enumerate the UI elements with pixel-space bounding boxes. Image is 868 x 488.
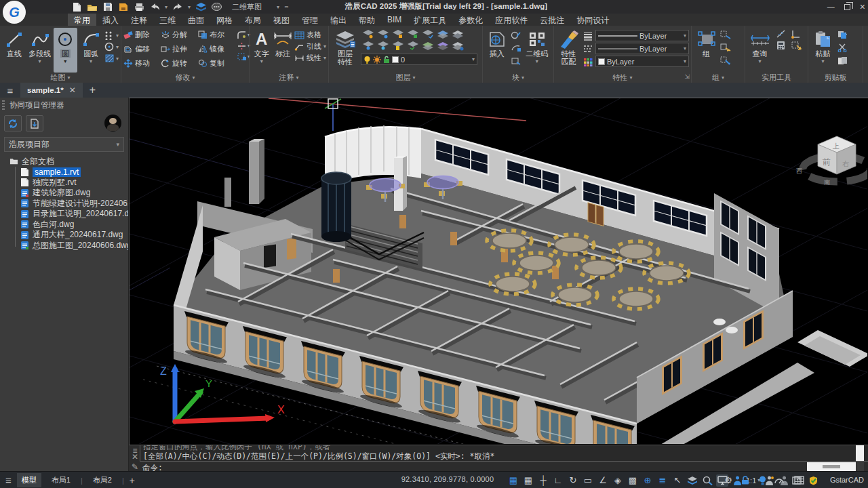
quick-select-button[interactable] bbox=[791, 41, 802, 52]
quick-measure-button[interactable] bbox=[776, 29, 787, 41]
layer-tool-button[interactable] bbox=[377, 29, 389, 41]
panel-label-layers[interactable]: 图层▾ bbox=[329, 73, 482, 83]
undo-dropdown-icon[interactable]: ▾ bbox=[165, 4, 167, 10]
panel-label-block[interactable]: 块▾ bbox=[483, 73, 553, 83]
erase-button[interactable]: 删除 bbox=[123, 30, 161, 40]
clean-screen-icon[interactable] bbox=[790, 474, 802, 487]
panel-label-draw[interactable]: 绘图▾ bbox=[0, 73, 121, 83]
angle-snap-toggle[interactable]: ∠ bbox=[597, 474, 609, 487]
tab-view[interactable]: 视图 bbox=[267, 14, 296, 26]
insert-block-button[interactable]: 插入 bbox=[485, 28, 509, 73]
user-avatar[interactable] bbox=[104, 115, 121, 131]
block-edit-button[interactable] bbox=[511, 30, 521, 41]
break-tool-button[interactable]: ▾ bbox=[237, 41, 250, 50]
drag-grip-icon[interactable] bbox=[2, 100, 5, 110]
move-button[interactable]: 移动 bbox=[123, 58, 161, 68]
lineweight-selector[interactable]: ByLayer▾ bbox=[595, 30, 689, 41]
text-button[interactable]: A 文字 ▾ bbox=[252, 28, 271, 73]
layer-tool-button[interactable] bbox=[362, 29, 374, 41]
color-selector[interactable]: ByLayer▾ bbox=[595, 56, 689, 67]
gear-icon[interactable]: ⚙ bbox=[722, 474, 734, 487]
panel-label-utilities[interactable]: 实用工具 bbox=[745, 73, 808, 83]
panel-label-group[interactable]: 组▾ bbox=[692, 73, 745, 83]
performance-gauge-icon[interactable] bbox=[773, 474, 785, 487]
print-button[interactable] bbox=[134, 1, 144, 12]
command-history[interactable]: 指定窗口的角点，输入比例因子 (nX 或 nXP)，或者 [全部(A)/中心(C… bbox=[140, 445, 868, 462]
tab-help[interactable]: 帮助 bbox=[353, 14, 381, 26]
panel-label-properties[interactable]: 特性▾⇲ bbox=[554, 73, 691, 83]
linetype-selector[interactable]: ByLayer▾ bbox=[595, 43, 689, 54]
file-item[interactable]: 独院别墅.rvt bbox=[0, 178, 128, 188]
workspace-selector[interactable]: 二维草图 ▾ bbox=[232, 2, 279, 12]
boolean-button[interactable]: 布尔 bbox=[198, 30, 235, 40]
layer-tool-button[interactable] bbox=[452, 41, 464, 53]
file-item[interactable]: 建筑轮廓图.dwg bbox=[0, 188, 128, 199]
layer-tool-button[interactable] bbox=[437, 41, 449, 53]
snap-mode-toggle[interactable]: ┼ bbox=[537, 474, 549, 487]
polyline-button[interactable]: 多段线 ▾ bbox=[28, 28, 52, 73]
hatch-tool-button[interactable]: ▾ bbox=[104, 54, 119, 63]
stretch-button[interactable]: 拉伸 bbox=[161, 44, 198, 54]
copy-clip-button[interactable] bbox=[837, 30, 848, 41]
tab-surface[interactable]: 曲面 bbox=[182, 14, 210, 26]
save-button[interactable] bbox=[102, 1, 113, 12]
circle-button[interactable]: 圆 ▾ bbox=[54, 28, 78, 73]
point-tool-button[interactable]: ▾ bbox=[104, 30, 119, 40]
restore-button[interactable] bbox=[844, 4, 850, 10]
calculator-button[interactable] bbox=[776, 41, 787, 52]
layout1-tab[interactable]: 布局1 bbox=[47, 473, 75, 487]
tab-annotate[interactable]: 注释 bbox=[125, 14, 153, 26]
panel-label-clipboard[interactable]: 剪贴板 bbox=[808, 73, 863, 83]
file-item[interactable]: 目录施工说明_20240617.dwg bbox=[0, 209, 128, 220]
grid-toggle[interactable]: ▦ bbox=[522, 474, 534, 487]
dynamic-input-toggle[interactable]: ▭ bbox=[582, 474, 594, 487]
tab-bim[interactable]: BIM bbox=[381, 14, 408, 26]
layer-tool-button[interactable] bbox=[422, 41, 434, 53]
tab-manage[interactable]: 管理 bbox=[296, 14, 324, 26]
layer-tool-button[interactable] bbox=[392, 29, 404, 41]
tab-home[interactable]: 常用 bbox=[68, 14, 96, 26]
group-edit-button[interactable] bbox=[720, 43, 732, 54]
match-properties-button[interactable]: 特性匹配 bbox=[556, 28, 581, 73]
hatch-display-toggle[interactable]: ▩ bbox=[627, 474, 639, 487]
redo-dropdown-icon[interactable]: ▾ bbox=[188, 4, 191, 10]
tab-layout[interactable]: 布局 bbox=[239, 14, 267, 26]
new-file-button[interactable] bbox=[71, 1, 82, 12]
tree-root-folder[interactable]: 全部文档 bbox=[0, 156, 128, 167]
document-tab-sample1[interactable]: sample.1* ✕ bbox=[20, 83, 83, 98]
layer-tool-button[interactable] bbox=[407, 29, 419, 41]
dialog-launcher-icon[interactable]: ⇲ bbox=[684, 73, 690, 80]
import-file-button[interactable] bbox=[26, 115, 43, 131]
open-file-button[interactable] bbox=[87, 1, 98, 12]
tab-cloud-markup[interactable]: 云批注 bbox=[534, 14, 570, 26]
polar-tracking-toggle[interactable]: ↻ bbox=[567, 474, 579, 487]
comment-icon[interactable] bbox=[211, 1, 222, 12]
layer-tool-button[interactable] bbox=[407, 41, 419, 53]
leader-button[interactable]: 引线▾ bbox=[294, 41, 326, 52]
file-item[interactable]: 色白河.dwg bbox=[0, 220, 128, 230]
view-cube[interactable]: 西 南 东 上 前 右 bbox=[796, 136, 867, 186]
new-document-button[interactable]: + bbox=[90, 84, 96, 96]
ungroup-button[interactable] bbox=[720, 30, 732, 41]
block-attach-button[interactable] bbox=[511, 43, 521, 54]
arc-button[interactable]: 圆弧 ▾ bbox=[79, 28, 103, 73]
cut-button[interactable] bbox=[837, 43, 848, 54]
block-define-button[interactable] bbox=[511, 56, 521, 67]
selection-cycling-toggle[interactable]: ↖ bbox=[671, 474, 684, 487]
file-item[interactable]: sample.1.rvt bbox=[0, 167, 128, 178]
measure-button[interactable]: 查询 ▾ bbox=[747, 28, 772, 73]
layer-properties-button[interactable]: 图层特性 bbox=[331, 28, 359, 73]
close-tab-icon[interactable]: ✕ bbox=[69, 85, 76, 95]
tab-express-tools[interactable]: 扩展工具 bbox=[408, 14, 452, 26]
tab-parametric[interactable]: 参数化 bbox=[452, 14, 489, 26]
tab-mesh[interactable]: 网格 bbox=[210, 14, 239, 26]
status-menu-icon[interactable]: ≡ bbox=[5, 474, 12, 486]
id-point-button[interactable] bbox=[791, 29, 802, 41]
model-tab[interactable]: 模型 bbox=[17, 473, 41, 487]
lineweight-display-toggle[interactable]: ≣ bbox=[656, 474, 669, 487]
gstarcad-logo-icon[interactable]: G bbox=[3, 1, 26, 24]
layer-tool-button[interactable] bbox=[452, 29, 464, 41]
table-button[interactable]: 表格 bbox=[294, 30, 326, 40]
ortho-toggle[interactable]: ∟ bbox=[552, 474, 564, 487]
ellipse-tool-button[interactable]: ▾ bbox=[104, 42, 119, 52]
